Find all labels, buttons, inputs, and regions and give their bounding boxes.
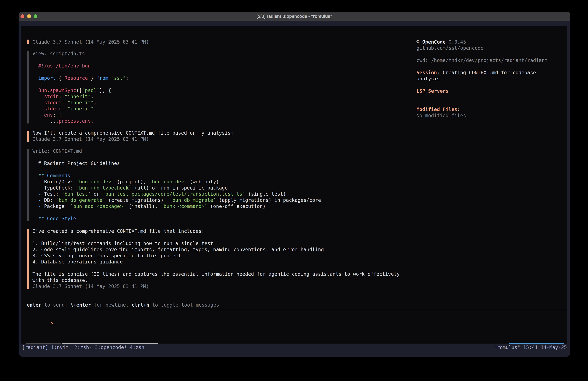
- code-line: [32, 69, 129, 75]
- tool-accent-bar: [27, 51, 29, 124]
- markdown-line: - TypeCheck: `bun run typecheck` (all) o…: [32, 185, 321, 191]
- code-line: [32, 57, 129, 63]
- sidebar-line: No modified files: [417, 112, 567, 119]
- terminal-window: [2/3] radiant:3:opencode - "romulus" Cla…: [19, 12, 570, 357]
- sidebar-line: © OpenCode 0.0.45: [417, 39, 567, 45]
- composer-divider: [27, 309, 569, 309]
- tool-call-view: View: script/db.ts #!/usr/bin/env bun im…: [27, 50, 129, 124]
- chat-line: Now I'll create a comprehensive CONTEXT.…: [32, 130, 233, 136]
- markdown-line: Write: CONTEXT.md: [32, 148, 321, 154]
- markdown-line: [32, 166, 321, 173]
- code-line: stdout: "inherit",: [32, 100, 129, 106]
- assistant-accent-bar: [27, 40, 29, 45]
- markdown-line: [32, 209, 321, 216]
- sidebar-line: github.com/sst/opencode: [417, 45, 567, 51]
- sidebar-line: LSP Servers: [417, 88, 567, 94]
- markdown-line: - Test: `bun test` or `bun test packages…: [32, 191, 321, 197]
- sidebar-line: [417, 82, 567, 88]
- sidebar-line: analysis: [417, 76, 567, 82]
- window-title: [2/3] radiant:3:opencode - "romulus": [19, 12, 570, 21]
- sidebar-line: [417, 51, 567, 57]
- sidebar-line: [417, 100, 567, 106]
- assistant-message-meta: Claude 3.7 Sonnet (14 May 2025 03:41 PM): [27, 39, 149, 45]
- markdown-line: ## Code Style: [32, 216, 321, 222]
- tmux-session-windows: [radiant] 1:nvim 2:zsh- 3:opencode* 4:zs…: [22, 344, 145, 351]
- sidebar-line: cwd: /home/thdxr/dev/projects/radiant/ra…: [417, 57, 567, 64]
- chat-line: 4. Database operations guidance: [32, 259, 400, 265]
- chat-line: 1. Build/lint/test commands including ho…: [32, 240, 400, 247]
- code-line: stdin: "inherit",: [32, 93, 129, 100]
- chat-line: The file is concise (20 lines) and captu…: [32, 271, 400, 277]
- sidebar-line: Session: Creating CONTEXT.md for codebas…: [417, 69, 567, 76]
- chat-line: I've created a comprehensive CONTEXT.md …: [32, 228, 400, 234]
- opencode-app: Claude 3.7 Sonnet (14 May 2025 03:41 PM)…: [21, 26, 567, 344]
- code-line: ...process.env,: [32, 118, 129, 124]
- markdown-line: - DB: `bun db generate` (create migratio…: [32, 197, 321, 203]
- chat-line: 3. CSS styling conventions specific to t…: [32, 253, 400, 259]
- tool-accent-bar: [27, 149, 29, 221]
- chat-line: Claude 3.7 Sonnet (14 May 2025 03:41 PM): [32, 283, 400, 290]
- assistant-message: I've created a comprehensive CONTEXT.md …: [27, 228, 400, 290]
- assistant-message: Now I'll create a comprehensive CONTEXT.…: [27, 130, 233, 142]
- assistant-accent-bar: [27, 229, 29, 289]
- code-line: import { Resource } from "sst";: [32, 75, 129, 81]
- code-line: env: {: [32, 112, 129, 118]
- assistant-accent-bar: [27, 131, 29, 142]
- code-line: stderr: "inherit",: [32, 106, 129, 112]
- chat-line: Claude 3.7 Sonnet (14 May 2025 03:41 PM): [32, 39, 149, 45]
- tmux-host-time: "romulus" 15:41 14-May-25: [494, 344, 567, 351]
- markdown-line: # Radiant Project Guidelines: [32, 160, 321, 166]
- markdown-line: [32, 154, 321, 160]
- markdown-line: ## Commands: [32, 173, 321, 179]
- markdown-line: - Package: `bun add <package>` (install)…: [32, 203, 321, 209]
- session-sidebar: © OpenCode 0.0.45github.com/sst/opencode…: [417, 39, 567, 119]
- markdown-line: - Build/Dev: `bun run dev` (project), `b…: [32, 179, 321, 185]
- code-line: Bun.spawnSync([`psql`], {: [32, 87, 129, 93]
- code-line: [32, 81, 129, 87]
- code-line: View: script/db.ts: [32, 50, 129, 57]
- keyboard-hints: enter to send, \+enter for newline, ctrl…: [27, 302, 219, 308]
- chat-line: Claude 3.7 Sonnet (14 May 2025 03:41 PM): [32, 136, 233, 142]
- chat-line: [32, 265, 400, 271]
- prompt-input[interactable]: >: [27, 314, 568, 320]
- chat-line: 2. Code style guidelines covering import…: [32, 247, 400, 253]
- prompt-symbol: >: [51, 320, 54, 326]
- window-titlebar[interactable]: [2/3] radiant:3:opencode - "romulus": [19, 12, 570, 21]
- tmux-status-bar: [radiant] 1:nvim 2:zsh- 3:opencode* 4:zs…: [19, 344, 570, 357]
- chat-line: [32, 234, 400, 240]
- sidebar-line: Modified Files:: [417, 106, 567, 112]
- sidebar-line: [417, 94, 567, 100]
- code-line: #!/usr/bin/env bun: [32, 63, 129, 69]
- sidebar-line: [417, 64, 567, 69]
- desktop: { "window": { "title": "[2/3] radiant:3:…: [0, 0, 588, 381]
- chat-line: with this codebase.: [32, 277, 400, 283]
- tool-call-write: Write: CONTEXT.md # Radiant Project Guid…: [27, 148, 321, 222]
- terminal-body[interactable]: Claude 3.7 Sonnet (14 May 2025 03:41 PM)…: [19, 21, 570, 357]
